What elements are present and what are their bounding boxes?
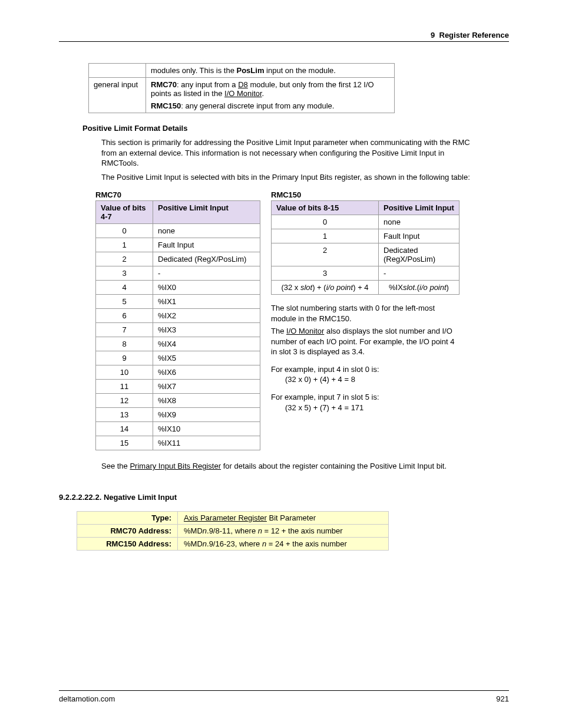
chapter-title: Register Reference: [439, 31, 510, 39]
table-row: 12%IX8: [96, 394, 260, 408]
cell: %IX0: [153, 281, 260, 295]
table-row: modules only. This is the PosLim input o…: [89, 64, 395, 78]
table-row: 5%IX1: [96, 295, 260, 309]
cell: %IX4: [153, 337, 260, 351]
table-row: 9%IX5: [96, 351, 260, 365]
col-header: Value of bits 4-7: [96, 201, 153, 224]
cell: %IX11: [153, 436, 260, 450]
page-header: 9 Register Reference: [59, 31, 509, 42]
cell: %IX6: [153, 365, 260, 380]
cell: 4: [96, 281, 153, 295]
table-row: general input RMC70: any input from a D8…: [89, 78, 395, 113]
table-row: 0none: [272, 215, 459, 229]
cell: (32 x slot) + (i/o point) + 4: [272, 281, 379, 295]
section-heading: Positive Limit Format Details: [82, 124, 509, 133]
cell: %IX8: [153, 394, 260, 408]
table-row: 4%IX0: [96, 281, 260, 295]
rmc70-table: Value of bits 4-7 Positive Limit Input 0…: [95, 200, 260, 450]
table-row: 1Fault Input: [96, 238, 260, 252]
table-row: 8%IX4: [96, 337, 260, 351]
cell: 14: [96, 422, 153, 436]
table-row: (32 x slot) + (i/o point) + 4 %IXslot.(i…: [272, 281, 459, 295]
cell: 2: [96, 252, 153, 266]
section-number-heading: 9.2.2.2.22.2. Negative Limit Input: [59, 493, 509, 502]
cell: 5: [96, 295, 153, 309]
table-row: 2Dedicated (RegX/PosLim): [96, 252, 260, 266]
cell: %IX10: [153, 422, 260, 436]
rmc150-notes: The slot numbering starts with 0 for the…: [271, 303, 459, 413]
cell: 3: [272, 266, 379, 281]
cell: 11: [96, 380, 153, 394]
cell: %IX2: [153, 309, 260, 323]
body-text: See the Primary Input Bits Register for …: [101, 461, 478, 472]
table-row: 2Dedicated (RegX/PosLim): [272, 243, 459, 266]
cell: 9: [96, 351, 153, 365]
cell: -: [379, 266, 459, 281]
cell: none: [153, 224, 260, 238]
d8-link[interactable]: D8: [238, 80, 248, 89]
cell: 6: [96, 309, 153, 323]
cell: 12: [96, 394, 153, 408]
table-row: 3-: [96, 266, 260, 281]
cell: 1: [96, 238, 153, 252]
col-header: Value of bits 8-15: [272, 201, 379, 215]
cell: 2: [272, 243, 379, 266]
cell: 7: [96, 323, 153, 337]
cell: general input: [89, 78, 146, 113]
parameter-info-table: Type: Axis Parameter Register Bit Parame…: [77, 511, 389, 551]
table-row: 10%IX6: [96, 365, 260, 380]
table-row: 3-: [272, 266, 459, 281]
cell: %IX7: [153, 380, 260, 394]
cell: Dedicated (RegX/PosLim): [379, 243, 459, 266]
body-text: The Positive Limit Input is selected wit…: [101, 172, 478, 183]
rmc150-label: RMC150: [271, 190, 459, 199]
cell: none: [379, 215, 459, 229]
value: %MDn.9/8-11, where n = 12 + the axis num…: [178, 524, 389, 537]
cell: Dedicated (RegX/PosLim): [153, 252, 260, 266]
cell: 15: [96, 436, 153, 450]
table-row: 6%IX2: [96, 309, 260, 323]
value: Axis Parameter Register Bit Parameter: [178, 511, 389, 524]
page-footer: deltamotion.com 921: [59, 690, 509, 703]
cell: 1: [272, 229, 379, 243]
io-monitor-link[interactable]: I/O Monitor: [286, 327, 324, 335]
table-row: 0none: [96, 224, 260, 238]
cell: %IX1: [153, 295, 260, 309]
body-text: This section is primarily for addressing…: [101, 137, 478, 169]
cell: RMC70: any input from a D8 module, but o…: [146, 78, 395, 113]
cell: 13: [96, 408, 153, 422]
table-row: 15%IX11: [96, 436, 260, 450]
label: RMC70 Address:: [77, 524, 178, 537]
cell: 0: [272, 215, 379, 229]
input-types-table: modules only. This is the PosLim input o…: [88, 63, 395, 113]
cell: Fault Input: [379, 229, 459, 243]
col-header: Positive Limit Input: [379, 201, 459, 215]
cell: %IX3: [153, 323, 260, 337]
cell: 3: [96, 266, 153, 281]
cell: -: [153, 266, 260, 281]
table-row: 14%IX10: [96, 422, 260, 436]
cell: Fault Input: [153, 238, 260, 252]
footer-page: 921: [496, 694, 509, 703]
io-monitor-link[interactable]: I/O Monitor: [224, 89, 262, 98]
table-row: 13%IX9: [96, 408, 260, 422]
cell: %IX5: [153, 351, 260, 365]
label: Type:: [77, 511, 178, 524]
rmc70-label: RMC70: [95, 190, 260, 199]
rmc150-table: Value of bits 8-15 Positive Limit Input …: [271, 200, 459, 295]
value: %MDn.9/16-23, where n = 24 + the axis nu…: [178, 537, 389, 550]
cell: %IX9: [153, 408, 260, 422]
cell: 8: [96, 337, 153, 351]
table-row: RMC70 Address: %MDn.9/8-11, where n = 12…: [77, 524, 389, 537]
table-row: 1Fault Input: [272, 229, 459, 243]
axis-param-link[interactable]: Axis Parameter Register: [184, 513, 267, 522]
label: RMC150 Address:: [77, 537, 178, 550]
col-header: Positive Limit Input: [153, 201, 260, 224]
primary-input-bits-link[interactable]: Primary Input Bits Register: [130, 462, 221, 470]
cell: 10: [96, 365, 153, 380]
chapter-number: 9: [431, 31, 435, 39]
table-row: 11%IX7: [96, 380, 260, 394]
table-row: Type: Axis Parameter Register Bit Parame…: [77, 511, 389, 524]
cell: 0: [96, 224, 153, 238]
cell: modules only. This is the PosLim input o…: [146, 64, 395, 78]
